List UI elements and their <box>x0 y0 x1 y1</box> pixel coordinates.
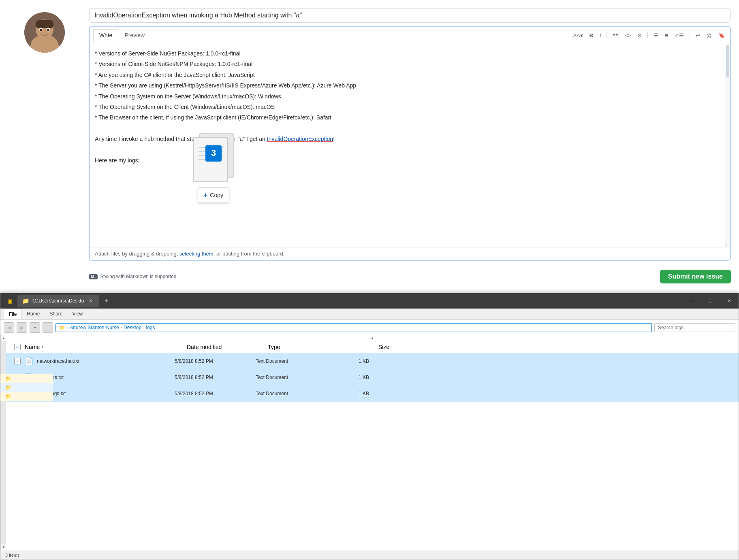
bookmark-toolbar-btn[interactable]: 🔖 <box>716 31 727 40</box>
task-toolbar-btn[interactable]: ✓☰ <box>673 31 686 40</box>
attach-link[interactable]: selecting them <box>179 251 214 257</box>
table-row[interactable]: ✓ 📄 serverlogs.txt 5/8/2018 8:52 PM Text… <box>6 385 739 402</box>
fe-path-arrow-2: › <box>121 325 122 330</box>
fe-col-header-name[interactable]: Name ⬆ <box>25 344 187 350</box>
fe-folder-btn[interactable]: ▣ <box>4 295 16 307</box>
editor-scrollbar[interactable] <box>725 44 730 247</box>
fe-header-checkbox[interactable]: ✓ <box>14 344 21 350</box>
tab-write[interactable]: Write <box>93 29 118 42</box>
file-explorer-window: ▣ 📁 C:\Users\anurse\Deskto ✕ + ─ □ ✕ Fil… <box>0 293 739 560</box>
scrollbar-thumb[interactable] <box>726 45 729 77</box>
table-row[interactable]: ✓ 📄 networktrace.har.txt 5/8/2018 8:52 P… <box>6 353 739 369</box>
content-line-6: * The Operating System on the Client (Wi… <box>95 102 725 111</box>
fe-column-headers: ✓ Name ⬆ Date modified Type Size <box>6 341 739 353</box>
fe-sidebar-folder-3[interactable]: 📁 <box>6 392 53 401</box>
fe-col-header-type[interactable]: Type <box>268 344 341 350</box>
fe-new-tab-btn[interactable]: + <box>101 297 112 305</box>
fe-cell-name-2: clientlogs.txt <box>37 375 175 380</box>
fe-col-header-date[interactable]: Date modified <box>187 344 268 350</box>
fe-parent-btn[interactable]: ↑ <box>43 322 53 333</box>
reply-toolbar-btn[interactable]: ↩ <box>694 31 702 40</box>
submit-new-issue-button[interactable]: Submit new issue <box>660 270 731 283</box>
fe-sidebar-folder-icon-3: 📁 <box>6 394 11 399</box>
fe-ribbon-tab-home[interactable]: Home <box>22 309 45 319</box>
fe-path-arrow-1: › <box>67 325 68 330</box>
fe-cell-date-2: 5/8/2018 8:52 PM <box>175 375 256 380</box>
fe-sidebar-folder-1[interactable]: 📁 <box>6 374 53 383</box>
fe-tab-label: C:\Users\anurse\Deskto <box>32 298 84 304</box>
fe-row-checkbox-1[interactable]: ✓ <box>14 358 21 364</box>
numbered-toolbar-btn[interactable]: ≡ <box>663 31 670 40</box>
toolbar-divider-1 <box>607 32 607 38</box>
github-issue-form: Write Preview AA▾ B i ❝❝ <> ⊘ ☰ ≡ ✓☰ ↩ <box>0 0 739 292</box>
fe-ribbon-tab-view[interactable]: View <box>67 309 88 319</box>
fe-cell-name-3: serverlogs.txt <box>37 391 175 396</box>
tab-preview[interactable]: Preview <box>118 29 151 41</box>
sort-up-arrow: ▲ <box>371 336 374 341</box>
fe-active-tab[interactable]: 📁 C:\Users\anurse\Deskto ✕ <box>17 295 99 307</box>
fe-sort-arrow-above: ▲ <box>6 335 739 341</box>
fe-status-text: 3 items <box>5 553 19 558</box>
fe-ribbon-tab-share[interactable]: Share <box>45 309 67 319</box>
header-check-mark: ✓ <box>16 345 19 349</box>
content-line-5: * The Operating System on the Server (Wi… <box>95 92 725 101</box>
markdown-badge: M↓ Styling with Markdown is supported <box>89 274 176 279</box>
content-line-1: * Versions of Server-Side NuGet Packages… <box>95 49 725 58</box>
fe-path-item-user[interactable]: Andrew Stanton-Nurse <box>70 325 119 330</box>
code-toolbar-btn[interactable]: <> <box>623 31 633 40</box>
fe-cell-type-3: Text Document <box>256 391 329 396</box>
fe-col-header-size[interactable]: Size <box>341 344 389 350</box>
fe-search-input[interactable] <box>654 323 735 332</box>
invalidop-exception-link[interactable]: InvalidOperationException <box>267 136 333 142</box>
fe-col-sort-icon: ⬆ <box>41 345 44 349</box>
fe-ribbon-tab-file[interactable]: File <box>4 309 22 319</box>
fe-sidebar-folder-icon-2: 📁 <box>6 385 11 390</box>
body-text-after: ! <box>333 136 335 142</box>
heading-toolbar-btn[interactable]: AA▾ <box>571 31 585 40</box>
fe-path-item-desktop[interactable]: Desktop <box>124 325 141 330</box>
quote-toolbar-btn[interactable]: ❝❝ <box>611 31 620 40</box>
editor-tabs: Write Preview <box>93 29 151 41</box>
markdown-icon: M↓ <box>89 274 98 279</box>
avatar-column <box>0 8 89 283</box>
fe-main-area: ▲ ▼ ▲ ✓ Name ⬆ Date modified <box>0 335 739 550</box>
fe-back-btn[interactable]: ◀ <box>4 322 14 333</box>
italic-toolbar-btn[interactable]: i <box>598 31 603 40</box>
copy-overlay: 3 + Copy <box>183 125 244 203</box>
fe-close-window-btn[interactable]: ✕ <box>720 293 739 309</box>
editor-resize-handle[interactable]: ⊿ <box>724 241 729 246</box>
fe-maximize-btn[interactable]: □ <box>701 293 720 309</box>
fe-minimize-btn[interactable]: ─ <box>683 293 701 309</box>
copy-plus-icon: + <box>204 190 207 200</box>
fe-ribbon: File Home Share View <box>0 309 739 320</box>
issue-title-input[interactable] <box>89 8 731 23</box>
fe-ribbon-tabs: File Home Share View <box>0 309 739 319</box>
fe-forward-btn[interactable]: ▶ <box>17 322 27 333</box>
fe-tab-area: ▣ 📁 C:\Users\anurse\Deskto ✕ + <box>4 295 683 307</box>
copy-label: Copy <box>210 191 223 200</box>
bold-toolbar-btn[interactable]: B <box>587 31 595 40</box>
fe-window-controls: ─ □ ✕ <box>683 293 739 309</box>
svg-rect-3 <box>36 20 53 28</box>
file-explorer-titlebar: ▣ 📁 C:\Users\anurse\Deskto ✕ + ─ □ ✕ <box>0 293 739 309</box>
fe-path-item-logs[interactable]: logs <box>146 325 155 330</box>
table-row[interactable]: ✓ 📄 clientlogs.txt 5/8/2018 8:52 PM Text… <box>6 369 739 385</box>
link-toolbar-btn[interactable]: ⊘ <box>635 31 644 40</box>
fe-up-arrow-btn[interactable]: ▾ <box>30 322 40 333</box>
fe-cell-date-3: 5/8/2018 8:52 PM <box>175 391 256 396</box>
copy-tooltip: + Copy <box>198 187 229 203</box>
fe-scroll-down-btn[interactable]: ▼ <box>1 544 6 550</box>
fe-scroll-up-btn[interactable]: ▲ <box>1 335 6 341</box>
mention-toolbar-btn[interactable]: @ <box>705 31 714 40</box>
bullet-toolbar-btn[interactable]: ☰ <box>651 31 660 40</box>
fe-path-bar[interactable]: 📁 › Andrew Stanton-Nurse › Desktop › log… <box>56 323 652 332</box>
svg-text:3: 3 <box>211 148 216 158</box>
editor-body[interactable]: * Versions of Server-Side NuGet Packages… <box>90 44 730 247</box>
fe-scroll-track[interactable] <box>1 341 6 544</box>
fe-tab-close-btn[interactable]: ✕ <box>87 297 94 304</box>
fe-content-area: ▲ ✓ Name ⬆ Date modified Type Size <box>6 335 739 550</box>
fe-sidebar-folder-2[interactable]: 📁 <box>6 383 53 392</box>
fe-path-folder-icon: 📁 <box>59 325 65 330</box>
fe-cell-size-1: 1 KB <box>329 358 377 364</box>
fe-cell-name-1: networktrace.har.txt <box>37 358 175 364</box>
